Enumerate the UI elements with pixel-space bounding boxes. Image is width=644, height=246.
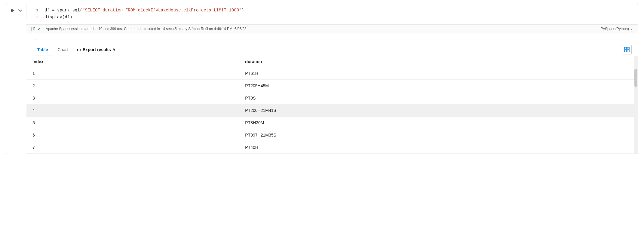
data-table: Index duration 1PT61H2PT205H45M3PT0S4PT2… (26, 56, 638, 154)
table-row: 6PT397H21M35S (26, 129, 638, 141)
code-string-1: "SELECT duration FROM clockIfyLakeHouse.… (82, 8, 241, 13)
svg-rect-1 (624, 47, 627, 49)
table-cell-duration: PT0S (239, 92, 638, 104)
output-container: Index duration 1PT61H2PT205H45M3PT0S4PT2… (26, 56, 638, 154)
svg-marker-0 (11, 8, 14, 13)
code-content-1: df = spark.sql("SELECT duration FROM clo… (44, 7, 244, 14)
exec-left: [1] ✓ - Apache Spark session started in … (31, 26, 247, 31)
svg-rect-4 (627, 50, 629, 52)
export-results-button[interactable]: ↦ Export results ∨ (73, 45, 120, 55)
code-line-2: 2 display(df) (32, 14, 632, 21)
code-prefix-1: df = spark.sql( (44, 8, 82, 13)
cell-controls (6, 3, 26, 18)
cell-index-label: [1] (31, 27, 35, 31)
table-cell-index: 5 (26, 116, 239, 129)
col-header-index: Index (26, 56, 239, 67)
line-number-2: 2 (32, 14, 38, 21)
exec-status-bar: [1] ✓ - Apache Spark session started in … (26, 25, 638, 33)
tabs-right (622, 45, 632, 54)
table-cell-duration: PT40H (239, 141, 638, 153)
notebook-container: 1 df = spark.sql("SELECT duration FROM c… (0, 3, 644, 246)
table-cell-duration: PT205H45M (239, 79, 638, 92)
table-cell-index: 6 (26, 129, 239, 141)
output-area: ... Table Chart ↦ Export results ∨ (26, 33, 638, 154)
col-header-duration: duration (239, 56, 638, 67)
table-row: 2PT205H45M (26, 79, 638, 92)
export-arrow-icon: ↦ (77, 47, 81, 53)
svg-rect-2 (627, 47, 629, 49)
code-suffix-1: ) (241, 8, 244, 13)
table-row: 4PT200H21M41S (26, 104, 638, 116)
tabs-bar: Table Chart ↦ Export results ∨ (26, 44, 638, 56)
table-row: 5PT8H30M (26, 116, 638, 129)
export-chevron-icon: ∨ (113, 48, 115, 52)
lang-chevron-icon: ∨ (630, 27, 633, 31)
table-cell-index: 2 (26, 79, 239, 92)
table-cell-index: 1 (26, 67, 239, 79)
success-check-icon: ✓ (38, 26, 41, 31)
cell-content: 1 df = spark.sql("SELECT duration FROM c… (26, 3, 638, 154)
line-number-1: 1 (32, 8, 38, 14)
cell-wrapper: 1 df = spark.sql("SELECT duration FROM c… (6, 3, 638, 154)
code-line-1: 1 df = spark.sql("SELECT duration FROM c… (32, 7, 632, 14)
more-indicator: ... (26, 33, 638, 44)
table-cell-duration: PT61H (239, 67, 638, 79)
language-selector[interactable]: PySpark (Python) ∨ (601, 27, 633, 31)
code-editor[interactable]: 1 df = spark.sql("SELECT duration FROM c… (26, 3, 638, 25)
exec-message-text: - Apache Spark session started in 10 sec… (44, 27, 246, 31)
table-cell-index: 7 (26, 141, 239, 153)
table-cell-duration: PT200H21M41S (239, 104, 638, 116)
table-cell-index: 4 (26, 104, 239, 116)
tab-table[interactable]: Table (32, 44, 53, 56)
scrollbar-track[interactable] (634, 56, 638, 154)
table-settings-button[interactable] (622, 45, 632, 54)
table-row: 7PT40H (26, 141, 638, 153)
table-cell-duration: PT8H30M (239, 116, 638, 129)
table-row: 3PT0S (26, 92, 638, 104)
collapse-button[interactable] (17, 8, 23, 14)
table-cell-index: 3 (26, 92, 239, 104)
language-label: PySpark (Python) (601, 27, 629, 31)
run-button[interactable] (9, 8, 15, 14)
scrollbar-thumb[interactable] (634, 69, 637, 87)
table-header-row: Index duration (26, 56, 638, 67)
svg-rect-3 (624, 50, 627, 52)
table-cell-duration: PT397H21M35S (239, 129, 638, 141)
export-label: Export results (83, 47, 111, 52)
table-row: 1PT61H (26, 67, 638, 79)
tab-chart[interactable]: Chart (53, 44, 73, 56)
code-content-2: display(df) (44, 14, 72, 20)
